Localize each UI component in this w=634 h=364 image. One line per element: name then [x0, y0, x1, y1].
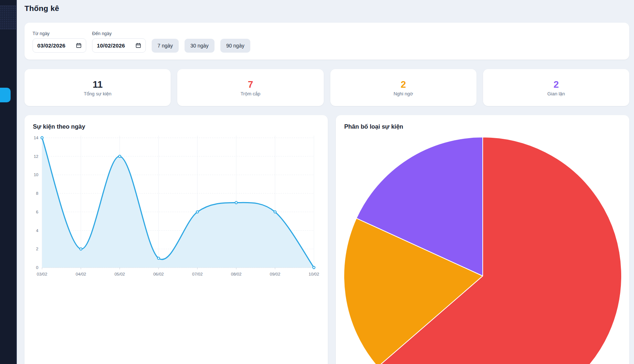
to-date-input[interactable]: 10/02/2026: [92, 38, 146, 53]
events-by-day-line-chart: 0246810121403/0204/0205/0206/0207/0208/0…: [24, 130, 328, 294]
svg-text:06/02: 06/02: [153, 272, 164, 276]
stat-value: 11: [92, 79, 103, 90]
stat-label: Nghi ngờ: [394, 91, 413, 96]
stat-label: Trộm cắp: [240, 91, 260, 96]
svg-text:14: 14: [34, 136, 38, 140]
stat-card-suspicious: 2 Nghi ngờ: [330, 69, 477, 106]
svg-text:6: 6: [36, 210, 38, 214]
svg-text:10: 10: [34, 172, 38, 177]
sidebar: [0, 0, 17, 364]
svg-text:0: 0: [36, 265, 38, 270]
event-type-pie-chart: [336, 115, 629, 364]
main-content: Thống kê Từ ngày 03/02/2026 Đến ngày 10/…: [17, 0, 634, 364]
to-date-group: Đến ngày 10/02/2026: [92, 31, 146, 53]
svg-text:05/02: 05/02: [114, 272, 125, 276]
calendar-icon: [76, 43, 81, 48]
quick-range-30d-button[interactable]: 30 ngày: [185, 39, 215, 53]
line-chart-title: Sự kiện theo ngày: [33, 123, 85, 130]
svg-text:8: 8: [36, 191, 38, 196]
svg-text:4: 4: [36, 228, 39, 233]
stat-value: 2: [400, 79, 406, 90]
stat-card-fraud: 2 Gian lận: [483, 69, 629, 106]
quick-range-7d-button[interactable]: 7 ngày: [152, 39, 179, 53]
from-date-value: 03/02/2026: [37, 42, 65, 49]
svg-text:12: 12: [34, 154, 38, 159]
stats-row: 11 Tổng sự kiện 7 Trộm cắp 2 Nghi ngờ 2 …: [24, 69, 629, 106]
svg-text:04/02: 04/02: [76, 272, 86, 276]
page-title: Thống kê: [24, 4, 59, 13]
from-date-group: Từ ngày 03/02/2026: [33, 31, 86, 53]
stat-value: 7: [248, 79, 253, 90]
stat-card-total-events: 11 Tổng sự kiện: [24, 69, 171, 106]
filter-card: Từ ngày 03/02/2026 Đến ngày 10/02/2026: [24, 23, 629, 60]
stat-card-theft: 7 Trộm cắp: [177, 69, 323, 106]
svg-text:08/02: 08/02: [231, 272, 242, 276]
svg-text:09/02: 09/02: [270, 272, 280, 276]
svg-text:2: 2: [36, 247, 38, 251]
from-date-input[interactable]: 03/02/2026: [33, 38, 86, 53]
to-date-label: Đến ngày: [92, 31, 146, 36]
sidebar-logo-texture: [0, 5, 16, 29]
quick-range-90d-button[interactable]: 90 ngày: [220, 39, 250, 53]
svg-text:03/02: 03/02: [37, 272, 48, 276]
stat-label: Tổng sự kiện: [84, 91, 111, 96]
svg-text:10/02: 10/02: [309, 272, 319, 276]
pie-chart-card: Phân bố loại sự kiện: [336, 115, 629, 364]
sidebar-active-item[interactable]: [0, 88, 11, 102]
calendar-icon: [136, 43, 141, 48]
from-date-label: Từ ngày: [33, 31, 86, 36]
to-date-value: 10/02/2026: [97, 42, 125, 49]
line-chart-card: Sự kiện theo ngày 0246810121403/0204/020…: [24, 115, 328, 364]
svg-text:07/02: 07/02: [192, 272, 203, 276]
stat-value: 2: [554, 79, 559, 90]
stat-label: Gian lận: [547, 91, 565, 96]
